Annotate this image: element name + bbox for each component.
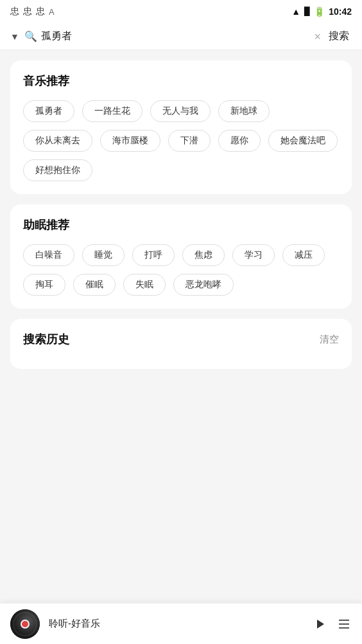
search-magnifier-icon: 🔍 [24,30,37,42]
tag-sleep-7[interactable]: 掏耳 [23,274,65,296]
play-button[interactable] [312,616,327,632]
tag-sleep-5[interactable]: 学习 [232,244,275,266]
sleep-section-title: 助眠推荐 [23,217,339,233]
tag-music-9[interactable]: 她会魔法吧 [268,130,338,152]
tag-sleep-10[interactable]: 恶龙咆哮 [173,274,234,296]
search-input[interactable] [41,31,311,42]
player-title: 聆听-好音乐 [49,618,303,630]
carrier-icon-2: 忠 [23,6,32,17]
battery-icon: 🔋 [314,6,325,17]
history-title: 搜索历史 [23,332,69,347]
status-right: ▲ ▉ 🔋 10:42 [291,6,352,17]
tag-sleep-9[interactable]: 失眠 [123,274,166,296]
wifi-icon: ▲ [291,6,300,17]
tag-music-1[interactable]: 孤勇者 [23,100,74,122]
carrier-icon-1: 忠 [10,6,19,17]
search-button[interactable]: 搜索 [326,30,352,43]
tag-sleep-6[interactable]: 减压 [282,244,325,266]
tag-music-3[interactable]: 无人与我 [150,100,211,122]
history-section: 搜索历史 清空 [10,319,352,369]
search-dropdown[interactable]: ▼ [10,31,19,42]
tag-music-5[interactable]: 你从未离去 [23,130,92,152]
music-tags-wrap: 孤勇者 一路生花 无人与我 新地球 你从未离去 海市蜃楼 下潜 愿你 她会魔法吧… [23,100,339,181]
tag-music-10[interactable]: 好想抱住你 [23,159,92,181]
player-bar: 聆听-好音乐 [0,603,362,644]
sleep-tags-wrap: 白噪音 睡觉 打呼 焦虑 学习 减压 掏耳 催眠 失眠 恶龙咆哮 [23,244,339,296]
clear-icon[interactable]: × [314,31,321,42]
search-input-wrap: 🔍 × [24,30,321,42]
status-icons: 忠 忠 忠 A [10,6,55,17]
main-content: 音乐推荐 孤勇者 一路生花 无人与我 新地球 你从未离去 海市蜃楼 下潜 愿你 … [0,50,362,594]
dropdown-arrow-icon[interactable]: ▼ [10,31,19,42]
tag-music-4[interactable]: 新地球 [218,100,270,122]
signal-icon: ▉ [304,7,310,16]
time-display: 10:42 [329,6,352,17]
music-section-title: 音乐推荐 [23,73,339,89]
tag-music-8[interactable]: 愿你 [218,130,261,152]
tag-sleep-2[interactable]: 睡觉 [82,244,125,266]
music-section: 音乐推荐 孤勇者 一路生花 无人与我 新地球 你从未离去 海市蜃楼 下潜 愿你 … [10,60,352,194]
sleep-section: 助眠推荐 白噪音 睡觉 打呼 焦虑 学习 减压 掏耳 催眠 失眠 恶龙咆哮 [10,204,352,309]
playlist-button[interactable] [336,616,352,632]
tag-music-7[interactable]: 下潜 [168,130,211,152]
tag-music-2[interactable]: 一路生花 [82,100,142,122]
search-bar: ▼ 🔍 × 搜索 [0,23,362,50]
clear-history-button[interactable]: 清空 [320,334,339,346]
tag-sleep-1[interactable]: 白噪音 [23,244,74,266]
tag-sleep-4[interactable]: 焦虑 [182,244,225,266]
history-header: 搜索历史 清空 [23,332,339,347]
settings-icon: A [49,7,55,17]
carrier-icon-3: 忠 [36,6,45,17]
tag-music-6[interactable]: 海市蜃楼 [100,130,160,152]
album-art [10,609,40,639]
status-bar: 忠 忠 忠 A ▲ ▉ 🔋 10:42 [0,0,362,23]
svg-marker-0 [317,620,324,629]
tag-sleep-3[interactable]: 打呼 [132,244,175,266]
tag-sleep-8[interactable]: 催眠 [73,274,116,296]
